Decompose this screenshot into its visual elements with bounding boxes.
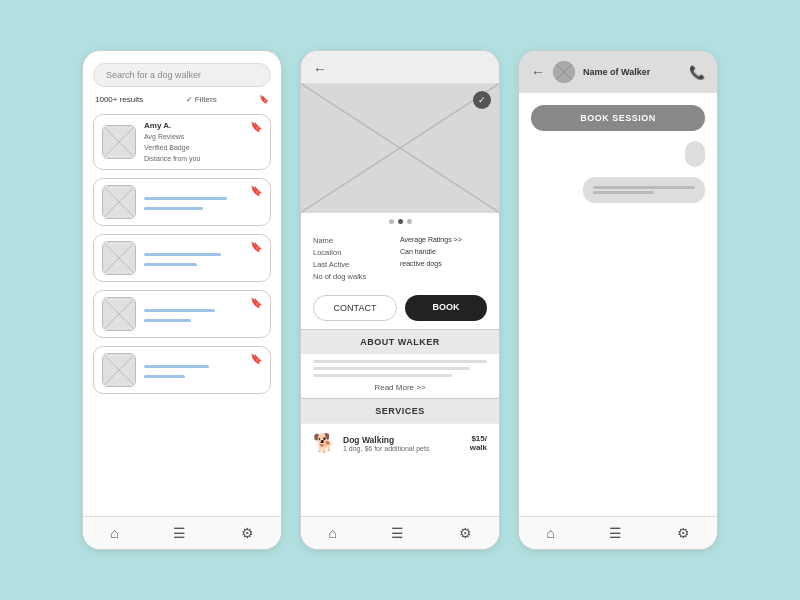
chat-bubble-2	[583, 177, 705, 203]
walker-info-4	[144, 307, 262, 322]
bubble-line-4	[593, 191, 654, 194]
bottom-nav-3: ⌂ ☰ ⚙	[519, 516, 717, 549]
bookmark-icon[interactable]: 🔖	[259, 95, 269, 104]
bookmark-walker-2[interactable]: 🔖	[250, 185, 262, 196]
last-active-label: Last Active	[313, 260, 400, 269]
bubble-line-3	[593, 186, 695, 189]
avatar-1	[102, 125, 136, 159]
avatar-4	[102, 297, 136, 331]
avg-ratings-label: Average Ratings >>	[400, 236, 487, 245]
settings-icon-2[interactable]: ⚙	[459, 525, 472, 541]
about-line-1	[313, 360, 487, 363]
no-walks-label: No of dog walks	[313, 272, 400, 281]
dot-1	[389, 219, 394, 224]
home-icon-2[interactable]: ⌂	[328, 525, 336, 541]
list-icon-1[interactable]: ☰	[173, 525, 186, 541]
bookmark-walker-1[interactable]: 🔖	[250, 121, 262, 132]
filter-button[interactable]: ✓ Filters	[186, 95, 217, 104]
profile-top-bar: ←	[301, 51, 499, 83]
no-walks-value	[400, 272, 487, 281]
book-button[interactable]: BOOK	[405, 295, 487, 321]
can-handle-label: Can handle	[400, 248, 487, 257]
chat-bubble-1	[685, 141, 705, 167]
walker-card-3[interactable]: 🔖	[93, 234, 271, 282]
price-unit: walk	[470, 443, 487, 452]
walker-reviews-1: Avg Reviews	[144, 132, 262, 141]
reactive-label: reactive dogs	[400, 260, 487, 269]
settings-icon-3[interactable]: ⚙	[677, 525, 690, 541]
bookmark-walker-3[interactable]: 🔖	[250, 241, 262, 252]
phone-walker-profile: ← ✓ Name Average Ratings >> Location Can…	[300, 50, 500, 550]
walker-card-5[interactable]: 🔖	[93, 346, 271, 394]
dog-walking-icon: 🐕	[313, 432, 335, 454]
walker-badge-1: Verified Badge	[144, 143, 262, 152]
walker-name-1: Amy A.	[144, 121, 262, 130]
bottom-nav-1: ⌂ ☰ ⚙	[83, 516, 281, 549]
results-row: 1000+ results ✓ Filters 🔖	[83, 93, 281, 110]
avatar-3	[102, 241, 136, 275]
back-arrow-2[interactable]: ←	[313, 61, 327, 77]
avatar-2	[102, 185, 136, 219]
about-line-3	[313, 374, 452, 377]
dot-2	[398, 219, 403, 224]
phone-call-icon[interactable]: 📞	[689, 65, 705, 80]
home-icon-1[interactable]: ⌂	[110, 525, 118, 541]
walker-info-5	[144, 363, 262, 378]
chat-top-bar: ← Name of Walker 📞	[519, 51, 717, 93]
verified-badge: ✓	[473, 91, 491, 109]
name-label: Name	[313, 236, 400, 245]
back-arrow-3[interactable]: ←	[531, 64, 545, 80]
phone-chat-session: ← Name of Walker 📞 BOOK SESSION ⌂ ☰ ⚙	[518, 50, 718, 550]
price-value: $15/	[471, 434, 487, 443]
results-count: 1000+ results	[95, 95, 143, 104]
about-walker-header: ABOUT WALKER	[301, 329, 499, 354]
chat-area: BOOK SESSION	[519, 93, 717, 516]
walker-avatar-chat	[553, 61, 575, 83]
list-icon-2[interactable]: ☰	[391, 525, 404, 541]
services-header: SERVICES	[301, 398, 499, 423]
about-lines	[301, 354, 499, 379]
about-line-2	[313, 367, 470, 370]
walker-name-chat: Name of Walker	[583, 67, 681, 77]
dot-3	[407, 219, 412, 224]
location-label: Location	[313, 248, 400, 257]
service-info: Dog Walking 1 dog, $6 for additional pet…	[343, 435, 462, 452]
contact-button[interactable]: CONTACT	[313, 295, 397, 321]
service-price: $15/ walk	[470, 434, 487, 452]
walker-info-2	[144, 195, 262, 210]
profile-image: ✓	[301, 83, 499, 213]
service-item-dog-walking[interactable]: 🐕 Dog Walking 1 dog, $6 for additional p…	[301, 423, 499, 462]
settings-icon-1[interactable]: ⚙	[241, 525, 254, 541]
list-icon-3[interactable]: ☰	[609, 525, 622, 541]
walker-info-1: Amy A. Avg Reviews Verified Badge Distan…	[144, 121, 262, 163]
profile-details: Name Average Ratings >> Location Can han…	[301, 230, 499, 287]
service-name: Dog Walking	[343, 435, 462, 445]
search-bar[interactable]: Search for a dog walker	[93, 63, 271, 87]
walker-info-3	[144, 251, 262, 266]
avatar-5	[102, 353, 136, 387]
bottom-nav-2: ⌂ ☰ ⚙	[301, 516, 499, 549]
bookmark-walker-4[interactable]: 🔖	[250, 297, 262, 308]
bookmark-walker-5[interactable]: 🔖	[250, 353, 262, 364]
walker-card-4[interactable]: 🔖	[93, 290, 271, 338]
service-desc: 1 dog, $6 for additional pets	[343, 445, 462, 452]
home-icon-3[interactable]: ⌂	[546, 525, 554, 541]
book-session-button[interactable]: BOOK SESSION	[531, 105, 705, 131]
phone-search-list: Search for a dog walker 1000+ results ✓ …	[82, 50, 282, 550]
walker-distance-1: Distance from you	[144, 154, 262, 163]
read-more-link[interactable]: Read More >>	[301, 379, 499, 398]
walker-card-2[interactable]: 🔖	[93, 178, 271, 226]
walker-card-1[interactable]: Amy A. Avg Reviews Verified Badge Distan…	[93, 114, 271, 170]
image-dots	[301, 213, 499, 230]
action-buttons: CONTACT BOOK	[301, 287, 499, 329]
